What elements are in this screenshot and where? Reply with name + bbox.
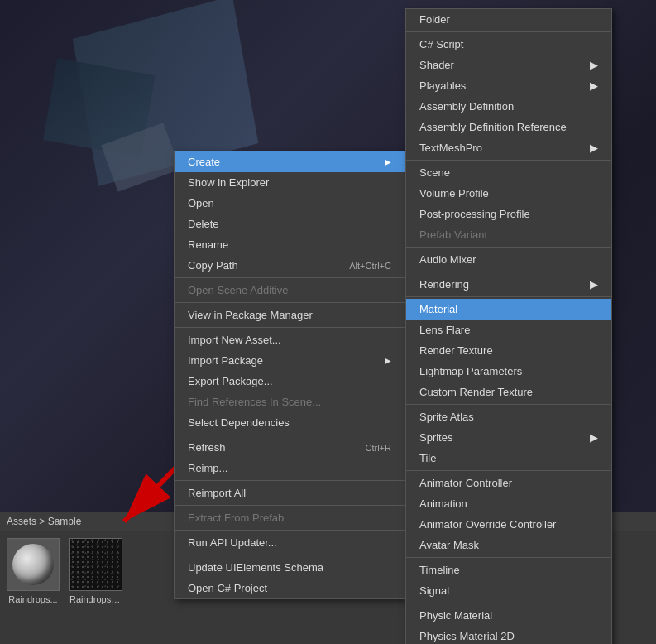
sub-sep-6 <box>406 404 611 405</box>
separator-7 <box>175 530 405 531</box>
menu-item-run-api-updater[interactable]: Run API Updater... <box>175 532 405 553</box>
sub-sep-2 <box>406 160 611 161</box>
sub-sep-5 <box>406 296 611 297</box>
sub-sep-3 <box>406 247 611 248</box>
submenu-sprites[interactable]: Sprites ▶ <box>406 427 611 448</box>
menu-item-open-scene-additive: Open Scene Additive <box>175 280 405 300</box>
asset-item-raindrops-sphere[interactable]: Raindrops... <box>7 538 60 604</box>
separator-4 <box>175 435 405 435</box>
submenu-volume-profile[interactable]: Volume Profile <box>406 183 611 204</box>
rendering-arrow: ▶ <box>590 278 598 291</box>
menu-item-show-explorer[interactable]: Show in Explorer <box>175 172 405 193</box>
submenu-prefab-variant: Prefab Variant <box>406 224 611 245</box>
sub-sep-7 <box>406 470 611 471</box>
separator-1 <box>175 277 405 278</box>
sub-sep-9 <box>406 603 611 603</box>
submenu-tile[interactable]: Tile <box>406 448 611 469</box>
separator-8 <box>175 555 405 555</box>
submenu-shader[interactable]: Shader ▶ <box>406 55 611 75</box>
context-menu-right: Folder C# Script Shader ▶ Playables ▶ As… <box>405 8 612 644</box>
asset-label-1: Raindrops_... <box>69 594 122 604</box>
menu-item-rename[interactable]: Rename <box>175 234 405 255</box>
menu-item-select-dependencies[interactable]: Select Dependencies <box>175 412 405 433</box>
submenu-signal[interactable]: Signal <box>406 580 611 601</box>
menu-item-delete[interactable]: Delete <box>175 214 405 234</box>
menu-item-import-new-asset[interactable]: Import New Asset... <box>175 329 405 350</box>
submenu-animator-controller[interactable]: Animator Controller <box>406 473 611 493</box>
sphere-preview <box>12 544 54 585</box>
submenu-assembly-definition[interactable]: Assembly Definition <box>406 96 611 117</box>
menu-item-reimport-all[interactable]: Reimport All <box>175 483 405 503</box>
menu-item-import-package[interactable]: Import Package ▶ <box>175 350 405 371</box>
import-package-arrow: ▶ <box>385 356 391 365</box>
submenu-sprite-atlas[interactable]: Sprite Atlas <box>406 406 611 427</box>
playables-arrow: ▶ <box>590 79 598 92</box>
separator-3 <box>175 327 405 328</box>
asset-label-0: Raindrops... <box>8 594 57 604</box>
submenu-animator-override[interactable]: Animator Override Controller <box>406 514 611 535</box>
separator-5 <box>175 480 405 481</box>
separator-6 <box>175 505 405 506</box>
menu-item-open[interactable]: Open <box>175 193 405 214</box>
create-submenu-arrow: ▶ <box>385 157 391 166</box>
sub-sep-8 <box>406 557 611 558</box>
submenu-playables[interactable]: Playables ▶ <box>406 75 611 96</box>
asset-thumb-sphere <box>7 538 60 591</box>
submenu-audio-mixer[interactable]: Audio Mixer <box>406 249 611 270</box>
submenu-timeline[interactable]: Timeline <box>406 560 611 580</box>
submenu-physic-material[interactable]: Physic Material <box>406 605 611 626</box>
submenu-csharp-script[interactable]: C# Script <box>406 34 611 55</box>
submenu-custom-render-texture[interactable]: Custom Render Texture <box>406 382 611 402</box>
separator-2 <box>175 302 405 303</box>
menu-item-reimport[interactable]: Reimp... <box>175 458 405 478</box>
menu-item-copy-path[interactable]: Copy Path Alt+Ctrl+C <box>175 255 405 276</box>
sprites-arrow: ▶ <box>590 431 598 444</box>
submenu-lightmap-parameters[interactable]: Lightmap Parameters <box>406 361 611 382</box>
textmeshpro-arrow: ▶ <box>590 142 598 154</box>
sub-sep-1 <box>406 31 611 32</box>
menu-item-update-ui-elements[interactable]: Update UIElements Schema <box>175 557 405 578</box>
submenu-avatar-mask[interactable]: Avatar Mask <box>406 535 611 555</box>
submenu-assembly-definition-ref[interactable]: Assembly Definition Reference <box>406 117 611 137</box>
create-label: Create <box>188 156 220 168</box>
submenu-render-texture[interactable]: Render Texture <box>406 340 611 361</box>
menu-item-create[interactable]: Create ▶ <box>175 151 405 172</box>
menu-item-open-csharp[interactable]: Open C# Project <box>175 578 405 598</box>
shader-arrow: ▶ <box>590 59 598 71</box>
menu-item-find-references: Find References In Scene... <box>175 392 405 412</box>
submenu-lens-flare[interactable]: Lens Flare <box>406 320 611 340</box>
submenu-material[interactable]: Material <box>406 299 611 320</box>
menu-item-refresh[interactable]: Refresh Ctrl+R <box>175 437 405 458</box>
submenu-animation[interactable]: Animation <box>406 493 611 514</box>
menu-item-export-package[interactable]: Export Package... <box>175 371 405 392</box>
menu-item-extract-prefab: Extract From Prefab <box>175 507 405 528</box>
submenu-folder[interactable]: Folder <box>406 9 611 30</box>
submenu-scene[interactable]: Scene <box>406 162 611 183</box>
context-menu-left: Create ▶ Show in Explorer Open Delete Re… <box>174 151 405 599</box>
submenu-post-processing-profile[interactable]: Post-processing Profile <box>406 204 611 224</box>
submenu-physics-material-2d[interactable]: Physics Material 2D <box>406 626 611 644</box>
submenu-rendering[interactable]: Rendering ▶ <box>406 274 611 295</box>
submenu-textmeshpro[interactable]: TextMeshPro ▶ <box>406 137 611 158</box>
sub-sep-4 <box>406 272 611 272</box>
menu-item-view-package-manager[interactable]: View in Package Manager <box>175 305 405 325</box>
